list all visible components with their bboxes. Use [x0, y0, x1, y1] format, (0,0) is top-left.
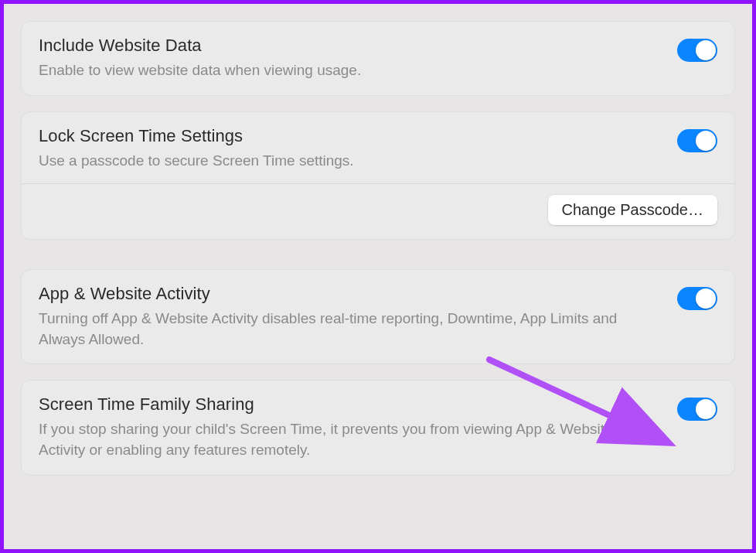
app-website-activity-toggle[interactable] [677, 287, 717, 310]
app-website-activity-row: App & Website Activity Turning off App &… [39, 284, 717, 350]
family-sharing-text: Screen Time Family Sharing If you stop s… [39, 394, 677, 460]
lock-screen-time-subtitle: Use a passcode to secure Screen Time set… [39, 151, 662, 172]
family-sharing-card: Screen Time Family Sharing If you stop s… [21, 380, 735, 475]
include-website-data-toggle[interactable] [677, 39, 717, 62]
app-website-activity-title: App & Website Activity [39, 284, 662, 304]
divider [22, 183, 734, 184]
change-passcode-row: Change Passcode… [39, 195, 717, 225]
lock-screen-time-row: Lock Screen Time Settings Use a passcode… [39, 126, 717, 172]
include-website-data-text: Include Website Data Enable to view webs… [39, 36, 677, 81]
family-sharing-row: Screen Time Family Sharing If you stop s… [39, 394, 717, 460]
include-website-data-card: Include Website Data Enable to view webs… [21, 21, 735, 96]
lock-screen-time-toggle[interactable] [677, 129, 717, 152]
include-website-data-subtitle: Enable to view website data when viewing… [39, 60, 662, 81]
family-sharing-toggle[interactable] [677, 398, 717, 421]
lock-screen-time-text: Lock Screen Time Settings Use a passcode… [39, 126, 677, 172]
app-website-activity-card: App & Website Activity Turning off App &… [21, 269, 735, 364]
change-passcode-button[interactable]: Change Passcode… [548, 195, 717, 225]
family-sharing-subtitle: If you stop sharing your child's Screen … [39, 419, 662, 460]
app-website-activity-subtitle: Turning off App & Website Activity disab… [39, 309, 662, 350]
app-website-activity-text: App & Website Activity Turning off App &… [39, 284, 677, 350]
include-website-data-title: Include Website Data [39, 36, 662, 56]
lock-screen-time-card: Lock Screen Time Settings Use a passcode… [21, 111, 735, 241]
lock-screen-time-title: Lock Screen Time Settings [39, 126, 662, 146]
include-website-data-row: Include Website Data Enable to view webs… [39, 36, 717, 81]
family-sharing-title: Screen Time Family Sharing [39, 394, 662, 415]
